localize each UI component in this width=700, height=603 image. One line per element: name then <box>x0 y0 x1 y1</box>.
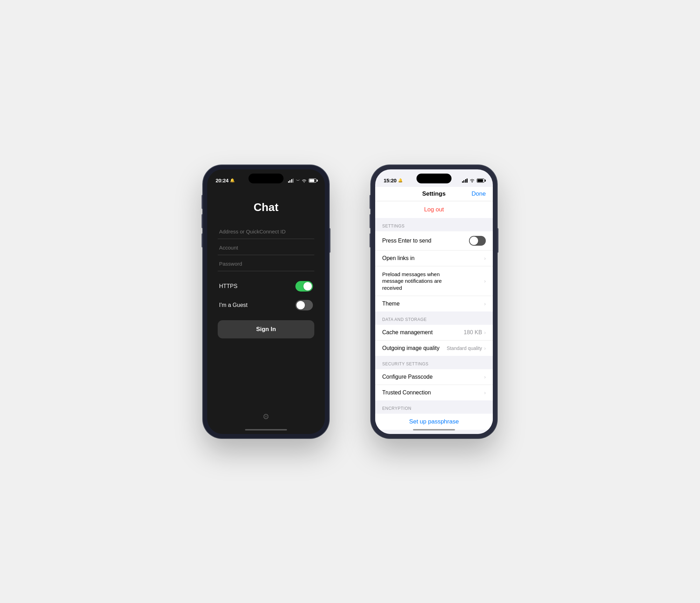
settings-screen: Settings Done Log out SETTINGS Press Ent… <box>375 187 493 434</box>
screen-light: 15:20 🔔 <box>375 169 493 434</box>
phone-dark: 20:24 🔔 ︶ <box>203 165 329 438</box>
settings-group: Press Enter to send Open links in › Prel… <box>375 231 493 312</box>
chat-content: Chat HTTPS I'm a Guest Sign In <box>207 187 325 434</box>
chevron-theme: › <box>484 301 486 307</box>
open-links-row[interactable]: Open links in › <box>375 251 493 266</box>
signal-bar-4 <box>293 178 294 183</box>
security-section: SECURITY SETTINGS Configure Passcode › T… <box>375 356 493 400</box>
chevron-cache: › <box>484 330 486 335</box>
theme-row[interactable]: Theme › <box>375 296 493 311</box>
signal-bar-l4 <box>467 178 468 183</box>
settings-header: Settings Done <box>375 187 493 201</box>
status-icons-light <box>462 178 485 183</box>
encryption-group: Set up passphrase <box>375 414 493 430</box>
battery-icon-dark <box>309 178 316 183</box>
address-input[interactable] <box>218 224 314 239</box>
set-passphrase-row[interactable]: Set up passphrase <box>375 414 493 430</box>
sign-in-button[interactable]: Sign In <box>218 320 314 338</box>
cache-management-label: Cache management <box>382 329 464 336</box>
guest-toggle[interactable] <box>295 300 313 310</box>
phone-light: 15:20 🔔 <box>371 165 497 438</box>
https-row: HTTPS <box>218 277 314 296</box>
status-icons-dark: ︶ <box>288 177 316 184</box>
dynamic-island <box>248 174 284 183</box>
outgoing-image-label: Outgoing image quality <box>382 345 447 351</box>
screen-dark: 20:24 🔔 ︶ <box>207 169 325 434</box>
password-input[interactable] <box>218 257 314 271</box>
signal-bars-dark <box>288 178 294 183</box>
security-group: Configure Passcode › Trusted Connection … <box>375 369 493 400</box>
guest-label: I'm a Guest <box>219 302 247 308</box>
guest-row: I'm a Guest <box>218 296 314 315</box>
signal-bar-3 <box>291 179 292 183</box>
chevron-outgoing: › <box>484 345 486 351</box>
svg-point-0 <box>472 182 473 183</box>
account-input[interactable] <box>218 240 314 255</box>
status-time-dark: 20:24 <box>216 177 229 183</box>
configure-passcode-row[interactable]: Configure Passcode › <box>375 369 493 385</box>
battery-icon-light <box>477 178 484 183</box>
chat-title: Chat <box>218 201 314 214</box>
chevron-preload: › <box>484 278 486 284</box>
notification-bell-dark: 🔔 <box>230 178 235 183</box>
settings-title: Settings <box>422 190 446 197</box>
https-toggle[interactable] <box>295 281 313 292</box>
wifi-icon-light <box>470 178 475 182</box>
signal-bar-1 <box>288 181 289 183</box>
configure-passcode-label: Configure Passcode <box>382 374 484 380</box>
home-indicator-light <box>413 429 455 430</box>
settings-section-header: SETTINGS <box>375 218 493 231</box>
gear-icon[interactable]: ⚙ <box>262 412 270 421</box>
settings-done-button[interactable]: Done <box>471 190 486 197</box>
cache-value: 180 KB <box>464 329 482 336</box>
battery-fill-dark <box>309 179 314 182</box>
press-enter-toggle[interactable] <box>469 236 486 246</box>
https-label: HTTPS <box>219 283 237 289</box>
chevron-passcode: › <box>484 374 486 380</box>
status-time-light: 15:20 <box>384 177 397 183</box>
data-storage-section: DATA AND STORAGE Cache management 180 KB… <box>375 311 493 356</box>
preload-messages-row[interactable]: Preload messages when message notificati… <box>375 266 493 296</box>
outgoing-image-row[interactable]: Outgoing image quality Standard quality … <box>375 341 493 356</box>
signal-bar-2 <box>289 180 290 183</box>
settings-content: Log out SETTINGS Press Enter to send <box>375 201 493 434</box>
cache-management-row[interactable]: Cache management 180 KB › <box>375 325 493 341</box>
security-section-header: SECURITY SETTINGS <box>375 356 493 369</box>
settings-section: SETTINGS Press Enter to send Open links … <box>375 218 493 312</box>
https-toggle-knob <box>303 282 312 290</box>
notification-bell-light: 🔔 <box>398 178 403 183</box>
data-storage-header: DATA AND STORAGE <box>375 311 493 325</box>
wifi-icon-dark: ︶ <box>296 177 307 184</box>
trusted-connection-label: Trusted Connection <box>382 390 484 396</box>
press-enter-label: Press Enter to send <box>382 238 469 244</box>
preload-messages-label: Preload messages when message notificati… <box>382 271 459 292</box>
battery-fill-light <box>477 179 483 182</box>
open-links-label: Open links in <box>382 255 484 261</box>
signal-bar-l1 <box>462 181 463 183</box>
home-indicator-dark <box>245 429 287 430</box>
logout-section: Log out <box>375 201 493 218</box>
dynamic-island-light <box>416 174 451 183</box>
set-passphrase-button[interactable]: Set up passphrase <box>409 418 459 425</box>
chevron-open-links: › <box>484 255 486 261</box>
outgoing-image-value: Standard quality <box>447 345 482 351</box>
logout-button[interactable]: Log out <box>424 206 444 213</box>
trusted-connection-row[interactable]: Trusted Connection › <box>375 385 493 400</box>
signal-bar-l3 <box>465 179 466 183</box>
encryption-section: ENCRYPTION Set up passphrase <box>375 400 493 430</box>
chevron-trusted: › <box>484 390 486 395</box>
data-storage-group: Cache management 180 KB › Outgoing image… <box>375 325 493 356</box>
press-enter-row[interactable]: Press Enter to send <box>375 231 493 251</box>
signal-bars-light <box>462 178 468 183</box>
theme-label: Theme <box>382 301 484 307</box>
encryption-section-header: ENCRYPTION <box>375 400 493 414</box>
guest-toggle-knob <box>296 301 305 309</box>
signal-bar-l2 <box>463 180 464 183</box>
press-enter-toggle-knob <box>470 237 478 245</box>
